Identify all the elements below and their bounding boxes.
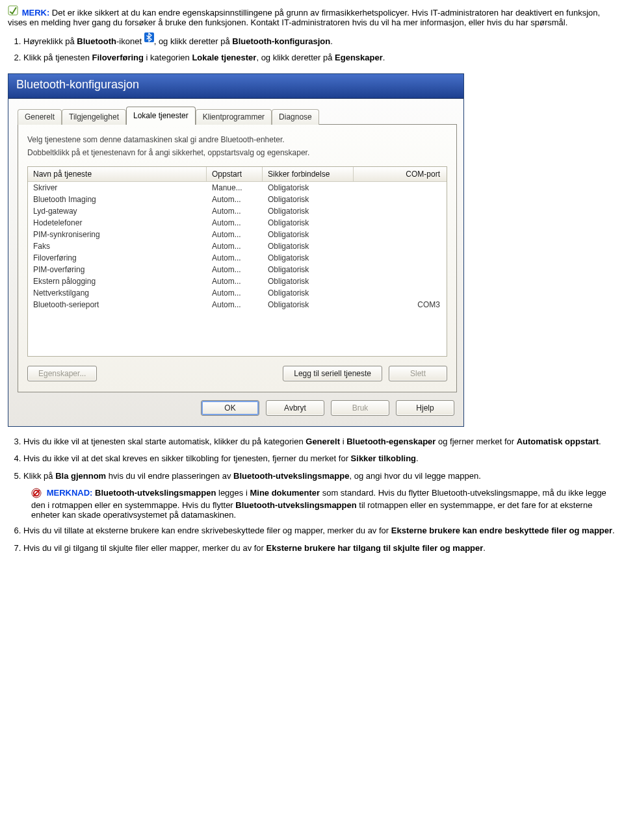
table-cell bbox=[354, 264, 447, 275]
table-cell: Autom... bbox=[207, 194, 263, 205]
step-1: Høyreklikk på Bluetooth-ikonet , og klik… bbox=[23, 32, 616, 48]
table-cell: Obligatorisk bbox=[263, 240, 354, 252]
step-5: Klikk på Bla gjennom hvis du vil endre p… bbox=[23, 470, 616, 483]
table-row[interactable]: SkriverManue...Obligatorisk bbox=[28, 182, 447, 194]
table-cell: Bluetooth Imaging bbox=[28, 194, 207, 205]
table-cell: Obligatorisk bbox=[263, 287, 354, 299]
warning-icon bbox=[31, 488, 42, 500]
step-2: Klikk på tjenesten Filoverføring i kateg… bbox=[23, 52, 616, 64]
help-button[interactable]: Hjelp bbox=[396, 400, 454, 416]
col-name[interactable]: Navn på tjeneste bbox=[28, 167, 207, 182]
table-cell bbox=[354, 205, 447, 217]
step-4: Hvis du ikke vil at det skal kreves en s… bbox=[23, 453, 616, 465]
bluetooth-tray-icon bbox=[144, 34, 154, 44]
table-row[interactable]: PIM-overføringAutom...Obligatorisk bbox=[28, 264, 447, 275]
table-row[interactable]: Bluetooth ImagingAutom...Obligatorisk bbox=[28, 194, 447, 205]
table-row[interactable]: NettverkstilgangAutom...Obligatorisk bbox=[28, 287, 447, 299]
table-row[interactable]: HodetelefonerAutom...Obligatorisk bbox=[28, 217, 447, 229]
table-cell: Autom... bbox=[207, 229, 263, 240]
table-row[interactable]: FiloverføringAutom...Obligatorisk bbox=[28, 252, 447, 264]
properties-button[interactable]: Egenskaper... bbox=[27, 366, 97, 381]
table-row[interactable]: Ekstern påloggingAutom...Obligatorisk bbox=[28, 275, 447, 287]
table-cell: Obligatorisk bbox=[263, 264, 354, 275]
table-cell: Faks bbox=[28, 240, 207, 252]
table-cell: Obligatorisk bbox=[263, 275, 354, 287]
merknad-note: MERKNAD: Bluetooth-utvekslingsmappen leg… bbox=[31, 488, 616, 520]
apply-button[interactable]: Bruk bbox=[331, 400, 389, 416]
table-cell: Obligatorisk bbox=[263, 217, 354, 229]
table-cell: Obligatorisk bbox=[263, 299, 354, 311]
merknad-label: MERKNAD: bbox=[47, 488, 93, 498]
col-start[interactable]: Oppstart bbox=[207, 167, 263, 182]
merk-text: Det er ikke sikkert at du kan endre egen… bbox=[8, 8, 600, 27]
table-cell: Hodetelefoner bbox=[28, 217, 207, 229]
table-cell: Obligatorisk bbox=[263, 182, 354, 194]
table-row[interactable]: Bluetooth-serieportAutom...ObligatoriskC… bbox=[28, 299, 447, 311]
table-cell: Obligatorisk bbox=[263, 205, 354, 217]
table-cell: Bluetooth-serieport bbox=[28, 299, 207, 311]
window-titlebar: Bluetooth-konfigurasjon bbox=[8, 74, 463, 99]
listview-body: SkriverManue...ObligatoriskBluetooth Ima… bbox=[28, 182, 447, 311]
table-cell: PIM-overføring bbox=[28, 264, 207, 275]
col-secure[interactable]: Sikker forbindelse bbox=[263, 167, 354, 182]
note-icon bbox=[8, 5, 18, 18]
table-cell bbox=[354, 217, 447, 229]
panel-desc-1: Velg tjenestene som denne datamaskinen s… bbox=[27, 135, 447, 144]
tab-panel: Velg tjenestene som denne datamaskinen s… bbox=[18, 125, 457, 392]
merk-label: MERK: bbox=[22, 8, 50, 18]
table-cell: Nettverkstilgang bbox=[28, 287, 207, 299]
step-3: Hvis du ikke vil at tjenesten skal start… bbox=[23, 436, 616, 448]
table-cell: Autom... bbox=[207, 275, 263, 287]
listview-empty-area bbox=[28, 311, 447, 356]
table-cell bbox=[354, 194, 447, 205]
table-cell: Obligatorisk bbox=[263, 252, 354, 264]
table-cell: Autom... bbox=[207, 299, 263, 311]
table-cell: Lyd-gateway bbox=[28, 205, 207, 217]
window-title: Bluetooth-konfigurasjon bbox=[16, 78, 139, 91]
table-row[interactable]: PIM-synkroniseringAutom...Obligatorisk bbox=[28, 229, 447, 240]
table-cell: Obligatorisk bbox=[263, 229, 354, 240]
table-cell: Obligatorisk bbox=[263, 194, 354, 205]
table-cell bbox=[354, 240, 447, 252]
listview-header: Navn på tjeneste Oppstart Sikker forbind… bbox=[28, 167, 447, 182]
table-cell: PIM-synkronisering bbox=[28, 229, 207, 240]
table-cell: Autom... bbox=[207, 240, 263, 252]
table-cell bbox=[354, 229, 447, 240]
step-7: Hvis du vil gi tilgang til skjulte filer… bbox=[23, 542, 616, 555]
bluetooth-config-dialog: Bluetooth-konfigurasjon Generelt Tilgjen… bbox=[8, 73, 464, 427]
delete-button[interactable]: Slett bbox=[389, 366, 447, 381]
table-row[interactable]: Lyd-gatewayAutom...Obligatorisk bbox=[28, 205, 447, 217]
tab-strip: Generelt Tilgjengelighet Lokale tjeneste… bbox=[18, 107, 457, 125]
table-cell: Autom... bbox=[207, 205, 263, 217]
table-cell: Manue... bbox=[207, 182, 263, 194]
table-cell: Skriver bbox=[28, 182, 207, 194]
table-cell bbox=[354, 252, 447, 264]
table-cell: Filoverføring bbox=[28, 252, 207, 264]
table-cell bbox=[354, 182, 447, 194]
table-cell bbox=[354, 275, 447, 287]
step-6: Hvis du vil tillate at eksterne brukere … bbox=[23, 525, 616, 537]
dialog-button-row: OK Avbryt Bruk Hjelp bbox=[8, 400, 463, 426]
tab-tilgjengelighet[interactable]: Tilgjengelighet bbox=[62, 109, 126, 125]
merk-note: MERK: Det er ikke sikkert at du kan endr… bbox=[8, 5, 616, 27]
panel-button-row: Egenskaper... Legg til seriell tjeneste … bbox=[27, 366, 447, 381]
tab-generelt[interactable]: Generelt bbox=[18, 109, 62, 125]
table-cell: Autom... bbox=[207, 264, 263, 275]
table-cell: Autom... bbox=[207, 217, 263, 229]
tab-klientprogrammer[interactable]: Klientprogrammer bbox=[196, 109, 272, 125]
table-cell: Autom... bbox=[207, 287, 263, 299]
table-cell: Ekstern pålogging bbox=[28, 275, 207, 287]
add-serial-button[interactable]: Legg til seriell tjeneste bbox=[283, 366, 382, 381]
table-cell: Autom... bbox=[207, 252, 263, 264]
tab-lokale-tjenester[interactable]: Lokale tjenester bbox=[126, 107, 196, 125]
ok-button[interactable]: OK bbox=[201, 400, 259, 416]
table-cell bbox=[354, 287, 447, 299]
col-comport[interactable]: COM-port bbox=[354, 167, 447, 182]
panel-desc-2: Dobbeltklikk på et tjenestenavn for å an… bbox=[27, 148, 447, 157]
table-row[interactable]: FaksAutom...Obligatorisk bbox=[28, 240, 447, 252]
cancel-button[interactable]: Avbryt bbox=[266, 400, 324, 416]
tab-diagnose[interactable]: Diagnose bbox=[272, 109, 319, 125]
table-cell: COM3 bbox=[354, 299, 447, 311]
services-listview[interactable]: Navn på tjeneste Oppstart Sikker forbind… bbox=[27, 166, 447, 357]
